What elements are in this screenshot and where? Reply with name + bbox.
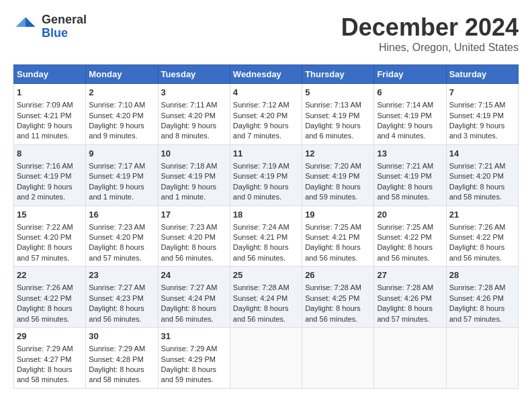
daylight-text: Daylight: 8 hours and 57 minutes. <box>89 242 154 263</box>
daylight-text: Daylight: 8 hours and 56 minutes. <box>377 242 443 263</box>
logo-icon <box>13 15 38 39</box>
day-number: 27 <box>377 269 443 281</box>
calendar-table: SundayMondayTuesdayWednesdayThursdayFrid… <box>13 64 519 389</box>
sunset-text: Sunset: 4:19 PM <box>161 171 227 181</box>
sunset-text: Sunset: 4:20 PM <box>89 232 154 242</box>
day-number: 17 <box>161 209 227 221</box>
title-area: December 2024 Hines, Oregon, United Stat… <box>341 13 519 54</box>
sunrise-text: Sunrise: 7:25 AM <box>305 222 371 232</box>
sunset-text: Sunset: 4:24 PM <box>161 293 227 304</box>
day-number: 8 <box>17 148 83 160</box>
day-number: 3 <box>161 87 227 99</box>
day-number: 21 <box>449 209 515 221</box>
daylight-text: Daylight: 8 hours and 57 minutes. <box>377 304 443 324</box>
sunrise-text: Sunrise: 7:28 AM <box>233 283 299 293</box>
header-row: SundayMondayTuesdayWednesdayThursdayFrid… <box>14 65 519 84</box>
day-number: 9 <box>89 148 154 160</box>
day-number: 12 <box>305 148 371 160</box>
calendar-cell: 7Sunrise: 7:15 AMSunset: 4:19 PMDaylight… <box>446 84 518 145</box>
calendar-cell: 31Sunrise: 7:29 AMSunset: 4:29 PMDayligh… <box>158 328 230 389</box>
sunrise-text: Sunrise: 7:13 AM <box>305 100 371 110</box>
daylight-text: Daylight: 9 hours and 2 minutes. <box>17 182 83 203</box>
daylight-text: Daylight: 9 hours and 4 minutes. <box>377 121 443 142</box>
day-number: 19 <box>305 209 371 221</box>
sunset-text: Sunset: 4:22 PM <box>377 232 443 242</box>
calendar-cell: 1Sunrise: 7:09 AMSunset: 4:21 PMDaylight… <box>14 84 86 145</box>
daylight-text: Daylight: 9 hours and 3 minutes. <box>449 121 515 142</box>
sunrise-text: Sunrise: 7:19 AM <box>233 161 299 171</box>
sunset-text: Sunset: 4:20 PM <box>161 232 227 242</box>
calendar-cell <box>302 328 374 389</box>
daylight-text: Daylight: 9 hours and 11 minutes. <box>17 121 83 142</box>
col-header-saturday: Saturday <box>446 65 518 84</box>
calendar-cell: 5Sunrise: 7:13 AMSunset: 4:19 PMDaylight… <box>302 84 374 145</box>
sunset-text: Sunset: 4:22 PM <box>17 293 83 304</box>
sunrise-text: Sunrise: 7:29 AM <box>89 344 154 354</box>
calendar-cell: 26Sunrise: 7:28 AMSunset: 4:25 PMDayligh… <box>302 267 374 328</box>
calendar-cell: 27Sunrise: 7:28 AMSunset: 4:26 PMDayligh… <box>374 267 446 328</box>
calendar-cell: 29Sunrise: 7:29 AMSunset: 4:27 PMDayligh… <box>14 328 86 389</box>
sunrise-text: Sunrise: 7:21 AM <box>377 161 443 171</box>
sunrise-text: Sunrise: 7:22 AM <box>17 222 83 232</box>
sunrise-text: Sunrise: 7:23 AM <box>89 222 154 232</box>
svg-marker-0 <box>26 17 35 26</box>
calendar-cell: 20Sunrise: 7:25 AMSunset: 4:22 PMDayligh… <box>374 205 446 267</box>
sunset-text: Sunset: 4:21 PM <box>305 232 371 242</box>
sunset-text: Sunset: 4:29 PM <box>161 355 227 365</box>
daylight-text: Daylight: 8 hours and 56 minutes. <box>161 242 227 263</box>
sunset-text: Sunset: 4:19 PM <box>17 171 83 181</box>
day-number: 29 <box>17 330 83 342</box>
sunrise-text: Sunrise: 7:18 AM <box>161 161 227 171</box>
sunset-text: Sunset: 4:19 PM <box>449 111 515 121</box>
sunset-text: Sunset: 4:28 PM <box>89 355 154 365</box>
sunset-text: Sunset: 4:19 PM <box>377 171 443 181</box>
sunrise-text: Sunrise: 7:09 AM <box>17 100 83 110</box>
main-title: December 2024 <box>341 13 519 42</box>
day-number: 16 <box>89 209 154 221</box>
calendar-cell: 24Sunrise: 7:27 AMSunset: 4:24 PMDayligh… <box>158 267 230 328</box>
daylight-text: Daylight: 8 hours and 56 minutes. <box>161 304 227 324</box>
day-number: 1 <box>17 87 83 99</box>
daylight-text: Daylight: 9 hours and 7 minutes. <box>233 121 299 142</box>
day-number: 13 <box>377 148 443 160</box>
day-number: 4 <box>233 87 299 99</box>
day-number: 25 <box>233 269 299 281</box>
day-number: 6 <box>377 87 443 99</box>
calendar-cell: 4Sunrise: 7:12 AMSunset: 4:20 PMDaylight… <box>230 84 302 145</box>
sunset-text: Sunset: 4:19 PM <box>377 111 443 121</box>
calendar-cell <box>446 328 518 389</box>
logo-blue-text: Blue <box>42 27 87 40</box>
sunrise-text: Sunrise: 7:29 AM <box>17 344 83 354</box>
sunset-text: Sunset: 4:20 PM <box>449 171 515 181</box>
sunset-text: Sunset: 4:19 PM <box>89 171 154 181</box>
calendar-cell: 11Sunrise: 7:19 AMSunset: 4:19 PMDayligh… <box>230 144 302 205</box>
col-header-friday: Friday <box>374 65 446 84</box>
sunrise-text: Sunrise: 7:27 AM <box>161 283 227 293</box>
sunrise-text: Sunrise: 7:10 AM <box>89 100 154 110</box>
daylight-text: Daylight: 8 hours and 57 minutes. <box>449 304 515 324</box>
calendar-cell: 2Sunrise: 7:10 AMSunset: 4:20 PMDaylight… <box>86 84 158 145</box>
calendar-cell: 22Sunrise: 7:26 AMSunset: 4:22 PMDayligh… <box>14 267 86 328</box>
sunrise-text: Sunrise: 7:27 AM <box>89 283 154 293</box>
calendar-cell: 18Sunrise: 7:24 AMSunset: 4:21 PMDayligh… <box>230 205 302 267</box>
day-number: 23 <box>89 269 154 281</box>
day-number: 10 <box>161 148 227 160</box>
sunrise-text: Sunrise: 7:28 AM <box>305 283 371 293</box>
sunrise-text: Sunrise: 7:29 AM <box>161 344 227 354</box>
sunset-text: Sunset: 4:26 PM <box>377 293 443 304</box>
sunset-text: Sunset: 4:21 PM <box>17 111 83 121</box>
calendar-cell <box>230 328 302 389</box>
header: General Blue December 2024 Hines, Oregon… <box>13 13 519 54</box>
day-number: 14 <box>449 148 515 160</box>
day-number: 30 <box>89 330 154 342</box>
sunset-text: Sunset: 4:19 PM <box>233 171 299 181</box>
day-number: 7 <box>449 87 515 99</box>
daylight-text: Daylight: 8 hours and 59 minutes. <box>161 365 227 385</box>
week-row-3: 15Sunrise: 7:22 AMSunset: 4:20 PMDayligh… <box>14 205 519 267</box>
daylight-text: Daylight: 8 hours and 59 minutes. <box>305 182 371 203</box>
col-header-sunday: Sunday <box>14 65 86 84</box>
sunrise-text: Sunrise: 7:16 AM <box>17 161 83 171</box>
sunrise-text: Sunrise: 7:11 AM <box>161 100 227 110</box>
day-number: 24 <box>161 269 227 281</box>
daylight-text: Daylight: 9 hours and 6 minutes. <box>305 121 371 142</box>
